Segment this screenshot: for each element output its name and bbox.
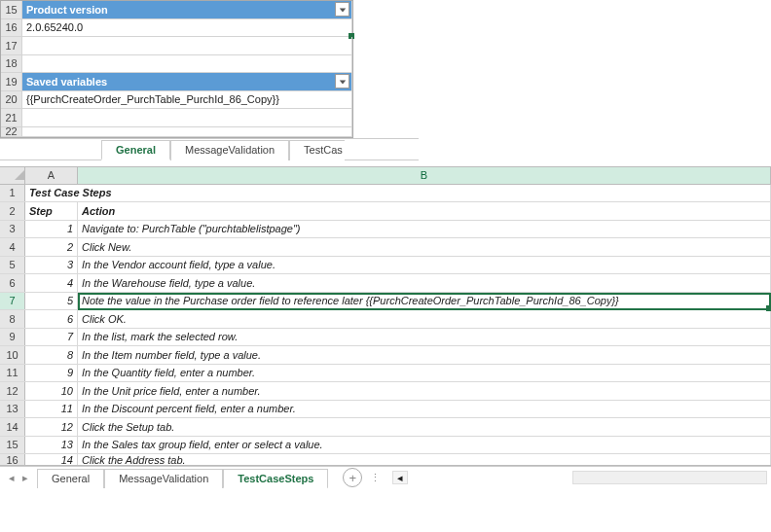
action-cell[interactable]: In the Unit price field, enter a number. — [78, 382, 771, 400]
tab-messagevalidation[interactable]: MessageValidation — [104, 469, 223, 489]
scroll-track[interactable] — [572, 471, 767, 484]
row-number[interactable]: 3 — [0, 221, 25, 238]
action-cell[interactable]: In the list, mark the selected row. — [78, 329, 771, 346]
row-number[interactable]: 15 — [1, 1, 22, 18]
row-number[interactable]: 13 — [0, 401, 25, 418]
top-row-20: 20{{PurchCreateOrder_PurchTable_PurchId_… — [1, 91, 352, 110]
sheet-testcasesteps: A B 1Test Case Steps2StepAction31Navigat… — [0, 166, 771, 467]
table-row: 42Click New. — [0, 238, 771, 257]
row-number[interactable]: 1 — [0, 185, 25, 202]
action-cell[interactable]: In the Quantity field, enter a number. — [78, 365, 771, 382]
step-cell[interactable]: 11 — [25, 401, 78, 418]
row-number[interactable]: 15 — [0, 437, 25, 454]
row-number[interactable]: 11 — [0, 365, 25, 382]
data-cell[interactable] — [22, 55, 352, 73]
table-row: 1311In the Discount percent field, enter… — [0, 401, 771, 419]
table-header-cell[interactable]: Saved variables — [22, 73, 352, 90]
data-cell[interactable] — [22, 127, 352, 136]
table-row: 53In the Vendor account field, type a va… — [0, 257, 771, 275]
step-cell[interactable]: 7 — [25, 329, 78, 346]
tab-general[interactable]: General — [37, 469, 104, 489]
row-number[interactable]: 22 — [1, 127, 22, 136]
filter-dropdown-icon[interactable] — [335, 74, 349, 89]
action-cell[interactable]: Click the Address tab. — [78, 454, 771, 465]
col-header-A[interactable]: A — [25, 167, 78, 184]
step-cell[interactable]: 12 — [25, 418, 78, 436]
data-cell[interactable]: 2.0.65240.0 — [22, 19, 352, 37]
row-number[interactable]: 14 — [0, 418, 25, 436]
add-sheet-button[interactable]: + — [343, 468, 362, 487]
step-cell[interactable]: 6 — [25, 310, 78, 328]
row-number[interactable]: 19 — [1, 73, 22, 90]
row-number[interactable]: 12 — [0, 382, 25, 400]
tab-testcasesteps[interactable]: TestCaseSteps — [223, 469, 328, 489]
scroll-left-icon[interactable]: ◂ — [392, 471, 408, 484]
col-action-header[interactable]: Action — [78, 202, 771, 220]
data-cell[interactable]: {{PurchCreateOrder_PurchTable_PurchId_86… — [22, 91, 352, 109]
table-row: 1513In the Sales tax group field, enter … — [0, 437, 771, 455]
step-cell[interactable]: 4 — [25, 274, 78, 292]
step-cell[interactable]: 3 — [25, 257, 78, 274]
top-row-15: 15Product version — [1, 1, 352, 19]
action-cell[interactable]: In the Sales tax group field, enter or s… — [78, 437, 771, 454]
row-number[interactable]: 10 — [0, 346, 25, 364]
row-number[interactable]: 2 — [0, 202, 25, 220]
action-cell[interactable]: In the Vendor account field, type a valu… — [78, 257, 771, 274]
data-cell[interactable] — [22, 37, 352, 54]
filter-dropdown-icon[interactable] — [335, 2, 349, 17]
tab-testcas[interactable]: TestCas — [289, 140, 345, 160]
action-cell[interactable]: In the Discount percent field, enter a n… — [78, 401, 771, 418]
row-number[interactable]: 5 — [0, 257, 25, 274]
tab-general[interactable]: General — [101, 140, 170, 160]
row-number[interactable]: 16 — [0, 454, 25, 465]
step-cell[interactable]: 10 — [25, 382, 78, 400]
col-step-header[interactable]: Step — [25, 202, 78, 220]
top-worksheet-block: 15Product version162.0.65240.0171819Save… — [0, 0, 353, 138]
tab-resize-handle[interactable]: ⋮ — [362, 472, 388, 484]
top-row-19: 19Saved variables — [1, 73, 352, 91]
nav-first-icon[interactable]: ◂ — [6, 472, 18, 484]
row-number[interactable]: 17 — [1, 37, 22, 54]
top-row-22: 22 — [1, 127, 352, 137]
table-row: 31Navigate to: PurchTable ("purchtableli… — [0, 221, 771, 239]
top-row-17: 17 — [1, 37, 352, 55]
action-cell[interactable]: Note the value in the Purchase order fie… — [78, 293, 771, 310]
step-cell[interactable]: 14 — [25, 454, 78, 465]
data-cell[interactable] — [22, 109, 352, 126]
table-row: 1614Click the Address tab. — [0, 454, 771, 466]
action-cell[interactable]: Click OK. — [78, 310, 771, 328]
step-cell[interactable]: 13 — [25, 437, 78, 454]
row-number[interactable]: 16 — [1, 19, 22, 37]
table-row: 108In the Item number field, type a valu… — [0, 346, 771, 365]
row-number[interactable]: 4 — [0, 238, 25, 256]
row-number[interactable]: 6 — [0, 274, 25, 292]
action-cell[interactable]: Click New. — [78, 238, 771, 256]
top-row-18: 18 — [1, 55, 352, 74]
action-cell[interactable]: In the Item number field, type a value. — [78, 346, 771, 364]
horizontal-scrollbar[interactable]: ◂ — [388, 471, 771, 484]
row-number[interactable]: 18 — [1, 55, 22, 73]
title-cell[interactable]: Test Case Steps — [25, 185, 771, 202]
table-row: 75Note the value in the Purchase order f… — [0, 293, 771, 311]
step-cell[interactable]: 5 — [25, 293, 78, 310]
row-number[interactable]: 9 — [0, 329, 25, 346]
select-all-corner[interactable] — [0, 167, 25, 184]
col-header-B[interactable]: B — [78, 167, 771, 184]
step-cell[interactable]: 1 — [25, 221, 78, 238]
step-cell[interactable]: 9 — [25, 365, 78, 382]
nav-prev-icon[interactable]: ▸ — [19, 472, 31, 484]
table-row: 86Click OK. — [0, 310, 771, 329]
step-cell[interactable]: 2 — [25, 238, 78, 256]
tab-messagevalidation[interactable]: MessageValidation — [170, 140, 289, 160]
row-number[interactable]: 21 — [1, 109, 22, 126]
step-cell[interactable]: 8 — [25, 346, 78, 364]
row-number[interactable]: 7 — [0, 293, 25, 310]
sheet-nav-arrows: ◂ ▸ — [0, 472, 37, 484]
action-cell[interactable]: In the Warehouse field, type a value. — [78, 274, 771, 292]
action-cell[interactable]: Navigate to: PurchTable ("purchtablelist… — [78, 221, 771, 238]
action-cell[interactable]: Click the Setup tab. — [78, 418, 771, 436]
table-header-cell[interactable]: Product version — [22, 1, 352, 18]
table-row: 1210In the Unit price field, enter a num… — [0, 382, 771, 401]
row-number[interactable]: 20 — [1, 91, 22, 109]
row-number[interactable]: 8 — [0, 310, 25, 328]
